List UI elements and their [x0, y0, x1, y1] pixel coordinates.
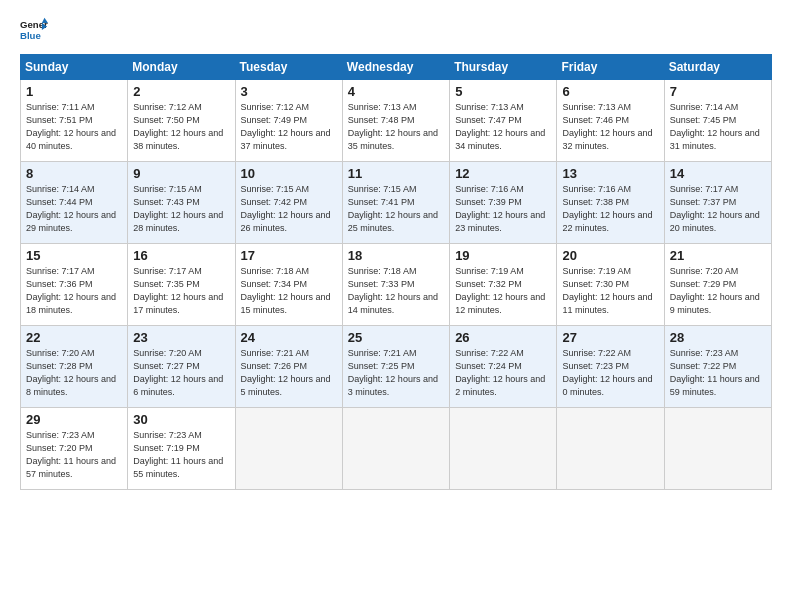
day-number: 4 — [348, 84, 444, 99]
calendar-cell: 6 Sunrise: 7:13 AMSunset: 7:46 PMDayligh… — [557, 80, 664, 162]
day-number: 7 — [670, 84, 766, 99]
day-info: Sunrise: 7:21 AMSunset: 7:25 PMDaylight:… — [348, 348, 438, 397]
calendar-week-row: 29 Sunrise: 7:23 AMSunset: 7:20 PMDaylig… — [21, 408, 772, 490]
day-info: Sunrise: 7:22 AMSunset: 7:24 PMDaylight:… — [455, 348, 545, 397]
day-number: 3 — [241, 84, 337, 99]
day-info: Sunrise: 7:18 AMSunset: 7:33 PMDaylight:… — [348, 266, 438, 315]
day-number: 22 — [26, 330, 122, 345]
col-header-tuesday: Tuesday — [235, 55, 342, 80]
calendar-cell: 3 Sunrise: 7:12 AMSunset: 7:49 PMDayligh… — [235, 80, 342, 162]
day-info: Sunrise: 7:13 AMSunset: 7:46 PMDaylight:… — [562, 102, 652, 151]
calendar-cell: 12 Sunrise: 7:16 AMSunset: 7:39 PMDaylig… — [450, 162, 557, 244]
day-info: Sunrise: 7:11 AMSunset: 7:51 PMDaylight:… — [26, 102, 116, 151]
day-number: 19 — [455, 248, 551, 263]
calendar-header-row: SundayMondayTuesdayWednesdayThursdayFrid… — [21, 55, 772, 80]
day-number: 25 — [348, 330, 444, 345]
calendar-cell: 7 Sunrise: 7:14 AMSunset: 7:45 PMDayligh… — [664, 80, 771, 162]
calendar-cell: 23 Sunrise: 7:20 AMSunset: 7:27 PMDaylig… — [128, 326, 235, 408]
calendar-cell: 19 Sunrise: 7:19 AMSunset: 7:32 PMDaylig… — [450, 244, 557, 326]
calendar-cell: 28 Sunrise: 7:23 AMSunset: 7:22 PMDaylig… — [664, 326, 771, 408]
calendar-cell: 8 Sunrise: 7:14 AMSunset: 7:44 PMDayligh… — [21, 162, 128, 244]
day-info: Sunrise: 7:16 AMSunset: 7:38 PMDaylight:… — [562, 184, 652, 233]
calendar-cell: 18 Sunrise: 7:18 AMSunset: 7:33 PMDaylig… — [342, 244, 449, 326]
day-number: 28 — [670, 330, 766, 345]
calendar-cell: 10 Sunrise: 7:15 AMSunset: 7:42 PMDaylig… — [235, 162, 342, 244]
calendar-cell: 4 Sunrise: 7:13 AMSunset: 7:48 PMDayligh… — [342, 80, 449, 162]
day-info: Sunrise: 7:18 AMSunset: 7:34 PMDaylight:… — [241, 266, 331, 315]
calendar-cell — [664, 408, 771, 490]
col-header-wednesday: Wednesday — [342, 55, 449, 80]
calendar-cell: 16 Sunrise: 7:17 AMSunset: 7:35 PMDaylig… — [128, 244, 235, 326]
calendar-week-row: 15 Sunrise: 7:17 AMSunset: 7:36 PMDaylig… — [21, 244, 772, 326]
day-number: 6 — [562, 84, 658, 99]
day-number: 23 — [133, 330, 229, 345]
day-number: 26 — [455, 330, 551, 345]
day-number: 30 — [133, 412, 229, 427]
calendar-cell: 26 Sunrise: 7:22 AMSunset: 7:24 PMDaylig… — [450, 326, 557, 408]
logo-icon: General Blue — [20, 16, 48, 44]
calendar-cell: 9 Sunrise: 7:15 AMSunset: 7:43 PMDayligh… — [128, 162, 235, 244]
day-info: Sunrise: 7:15 AMSunset: 7:42 PMDaylight:… — [241, 184, 331, 233]
day-number: 21 — [670, 248, 766, 263]
day-info: Sunrise: 7:14 AMSunset: 7:44 PMDaylight:… — [26, 184, 116, 233]
day-info: Sunrise: 7:20 AMSunset: 7:27 PMDaylight:… — [133, 348, 223, 397]
calendar-cell: 14 Sunrise: 7:17 AMSunset: 7:37 PMDaylig… — [664, 162, 771, 244]
calendar-cell: 2 Sunrise: 7:12 AMSunset: 7:50 PMDayligh… — [128, 80, 235, 162]
day-info: Sunrise: 7:19 AMSunset: 7:30 PMDaylight:… — [562, 266, 652, 315]
day-info: Sunrise: 7:19 AMSunset: 7:32 PMDaylight:… — [455, 266, 545, 315]
day-info: Sunrise: 7:16 AMSunset: 7:39 PMDaylight:… — [455, 184, 545, 233]
calendar-cell: 1 Sunrise: 7:11 AMSunset: 7:51 PMDayligh… — [21, 80, 128, 162]
day-info: Sunrise: 7:13 AMSunset: 7:47 PMDaylight:… — [455, 102, 545, 151]
day-number: 11 — [348, 166, 444, 181]
day-info: Sunrise: 7:12 AMSunset: 7:50 PMDaylight:… — [133, 102, 223, 151]
page: General Blue SundayMondayTuesdayWednesda… — [0, 0, 792, 612]
day-info: Sunrise: 7:23 AMSunset: 7:20 PMDaylight:… — [26, 430, 116, 479]
col-header-friday: Friday — [557, 55, 664, 80]
calendar-cell — [557, 408, 664, 490]
day-info: Sunrise: 7:14 AMSunset: 7:45 PMDaylight:… — [670, 102, 760, 151]
day-info: Sunrise: 7:23 AMSunset: 7:22 PMDaylight:… — [670, 348, 760, 397]
day-info: Sunrise: 7:17 AMSunset: 7:37 PMDaylight:… — [670, 184, 760, 233]
day-number: 10 — [241, 166, 337, 181]
day-number: 12 — [455, 166, 551, 181]
day-number: 27 — [562, 330, 658, 345]
calendar-cell: 24 Sunrise: 7:21 AMSunset: 7:26 PMDaylig… — [235, 326, 342, 408]
day-number: 8 — [26, 166, 122, 181]
day-number: 1 — [26, 84, 122, 99]
calendar-cell: 21 Sunrise: 7:20 AMSunset: 7:29 PMDaylig… — [664, 244, 771, 326]
calendar-table: SundayMondayTuesdayWednesdayThursdayFrid… — [20, 54, 772, 490]
col-header-monday: Monday — [128, 55, 235, 80]
day-info: Sunrise: 7:15 AMSunset: 7:43 PMDaylight:… — [133, 184, 223, 233]
day-info: Sunrise: 7:17 AMSunset: 7:35 PMDaylight:… — [133, 266, 223, 315]
calendar-cell: 27 Sunrise: 7:22 AMSunset: 7:23 PMDaylig… — [557, 326, 664, 408]
col-header-saturday: Saturday — [664, 55, 771, 80]
day-number: 17 — [241, 248, 337, 263]
calendar-week-row: 1 Sunrise: 7:11 AMSunset: 7:51 PMDayligh… — [21, 80, 772, 162]
calendar-week-row: 22 Sunrise: 7:20 AMSunset: 7:28 PMDaylig… — [21, 326, 772, 408]
col-header-sunday: Sunday — [21, 55, 128, 80]
day-info: Sunrise: 7:20 AMSunset: 7:28 PMDaylight:… — [26, 348, 116, 397]
calendar-cell: 17 Sunrise: 7:18 AMSunset: 7:34 PMDaylig… — [235, 244, 342, 326]
logo: General Blue — [20, 16, 48, 44]
calendar-cell: 29 Sunrise: 7:23 AMSunset: 7:20 PMDaylig… — [21, 408, 128, 490]
calendar-cell — [235, 408, 342, 490]
day-number: 29 — [26, 412, 122, 427]
day-info: Sunrise: 7:21 AMSunset: 7:26 PMDaylight:… — [241, 348, 331, 397]
day-number: 14 — [670, 166, 766, 181]
day-number: 18 — [348, 248, 444, 263]
day-number: 24 — [241, 330, 337, 345]
day-info: Sunrise: 7:23 AMSunset: 7:19 PMDaylight:… — [133, 430, 223, 479]
day-number: 9 — [133, 166, 229, 181]
day-number: 20 — [562, 248, 658, 263]
day-info: Sunrise: 7:15 AMSunset: 7:41 PMDaylight:… — [348, 184, 438, 233]
calendar-cell: 30 Sunrise: 7:23 AMSunset: 7:19 PMDaylig… — [128, 408, 235, 490]
day-number: 2 — [133, 84, 229, 99]
day-info: Sunrise: 7:22 AMSunset: 7:23 PMDaylight:… — [562, 348, 652, 397]
day-number: 5 — [455, 84, 551, 99]
day-info: Sunrise: 7:12 AMSunset: 7:49 PMDaylight:… — [241, 102, 331, 151]
col-header-thursday: Thursday — [450, 55, 557, 80]
day-info: Sunrise: 7:17 AMSunset: 7:36 PMDaylight:… — [26, 266, 116, 315]
calendar-cell: 5 Sunrise: 7:13 AMSunset: 7:47 PMDayligh… — [450, 80, 557, 162]
calendar-cell: 15 Sunrise: 7:17 AMSunset: 7:36 PMDaylig… — [21, 244, 128, 326]
calendar-cell: 11 Sunrise: 7:15 AMSunset: 7:41 PMDaylig… — [342, 162, 449, 244]
